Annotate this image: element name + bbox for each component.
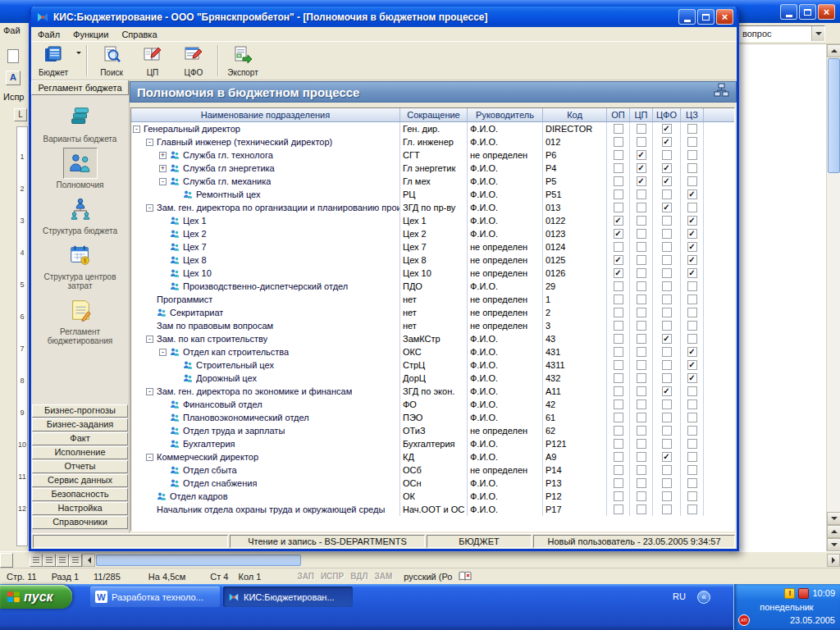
scroll-down-button[interactable] [827, 512, 840, 525]
checkbox[interactable] [637, 478, 646, 488]
tab-stop-selector[interactable]: L [14, 108, 27, 121]
tree-expander[interactable]: - [146, 388, 153, 395]
checkbox[interactable] [662, 491, 672, 501]
checkbox[interactable] [614, 203, 623, 212]
cp-button[interactable]: ЦП [132, 43, 173, 79]
checkbox[interactable] [614, 465, 623, 475]
checkbox[interactable] [662, 229, 672, 239]
checkbox[interactable]: ✓ [614, 229, 623, 239]
checkbox[interactable] [662, 294, 672, 304]
checkbox[interactable] [687, 478, 697, 488]
sidebar-button-references[interactable]: Справочники [32, 516, 128, 529]
review-toolbar-icon[interactable]: А [6, 71, 21, 85]
checkbox[interactable] [637, 189, 646, 199]
checkbox[interactable] [662, 189, 672, 199]
table-row[interactable]: Финансовый отдел ФО Ф.И.О. 42 [131, 398, 734, 411]
checkbox[interactable] [662, 504, 672, 514]
checkbox[interactable] [687, 308, 697, 317]
checkbox[interactable] [614, 478, 623, 488]
checkbox[interactable] [662, 413, 672, 422]
table-row[interactable]: Цех 2 Цех 2 Ф.И.О. 0123 ✓ ✓ [131, 227, 734, 240]
checkbox[interactable]: ✓ [614, 268, 623, 278]
checkbox[interactable] [637, 294, 646, 304]
checkbox[interactable]: ✓ [687, 216, 697, 226]
mode-rec[interactable]: ЗАП [297, 572, 314, 581]
checkbox[interactable] [614, 308, 623, 317]
checkbox[interactable] [637, 399, 646, 409]
checkbox[interactable] [614, 321, 623, 331]
checkbox[interactable] [637, 268, 646, 278]
checkbox[interactable]: ✓ [662, 137, 672, 147]
checkbox[interactable] [614, 360, 623, 370]
sidebar-item-cost-centers[interactable]: $ Структура центров затрат [33, 240, 128, 290]
taskbar-item-kis[interactable]: КИС:Бюджетирован... [223, 587, 353, 607]
word-restore-button[interactable] [799, 4, 816, 20]
word-vertical-scrollbar[interactable] [826, 44, 840, 551]
checkbox[interactable]: ✓ [687, 229, 697, 239]
sidebar-button-business-tasks[interactable]: Бизнес-задания [32, 418, 128, 431]
checkbox[interactable]: ✓ [662, 386, 672, 396]
mode-ext[interactable]: ВДЛ [350, 572, 368, 581]
sidebar-item-permissions[interactable]: Полномочия [33, 148, 128, 189]
spellcheck-book-icon[interactable] [459, 571, 472, 582]
checkbox[interactable] [662, 439, 672, 449]
hierarchy-icon[interactable] [713, 82, 729, 102]
checkbox[interactable] [637, 386, 646, 396]
budget-button[interactable]: Бюджет [33, 43, 74, 79]
tree-expander[interactable]: - [159, 349, 167, 356]
table-row[interactable]: - Зам. по кап строительству ЗамКСтр Ф.И.… [131, 332, 734, 345]
kis-close-button[interactable]: × [716, 9, 733, 25]
checkbox[interactable] [637, 439, 646, 449]
table-row[interactable]: - Главный инженер (технический директор)… [131, 135, 734, 148]
checkbox[interactable] [637, 321, 646, 331]
checkbox[interactable] [614, 399, 623, 409]
column-header-cz[interactable]: ЦЗ [681, 108, 704, 122]
checkbox[interactable] [614, 176, 623, 186]
checkbox[interactable] [687, 163, 697, 173]
sidebar-header-button[interactable]: Регламент бюджета [31, 80, 129, 95]
checkbox[interactable] [614, 334, 623, 344]
checkbox[interactable] [687, 150, 697, 160]
checkbox[interactable] [662, 242, 672, 252]
checkbox[interactable]: ✓ [662, 176, 672, 186]
hide-icons-chevron[interactable]: « [697, 591, 710, 604]
checkbox[interactable] [637, 413, 646, 422]
checkbox[interactable] [662, 373, 672, 383]
table-row[interactable]: Отдел кадров ОК Ф.И.О. P12 [131, 490, 734, 503]
checkbox[interactable]: ✓ [687, 360, 697, 370]
table-row[interactable]: Цех 8 Цех 8 не определен 0125 ✓ ✓ [131, 253, 734, 267]
table-row[interactable]: Дорожный цех ДорЦ Ф.И.О. 432 ✓ [131, 372, 734, 385]
checkbox[interactable] [687, 294, 697, 304]
table-row[interactable]: Отдел труда и зарплаты ОТиЗ не определен… [131, 424, 734, 437]
sidebar-button-settings[interactable]: Настройка [32, 502, 128, 515]
table-row[interactable]: Секритариат нет не определен 2 [131, 306, 734, 319]
column-header-abbr[interactable]: Сокращение [400, 108, 468, 122]
word-minimize-button[interactable] [780, 4, 797, 20]
sidebar-button-business-forecasts[interactable]: Бизнес-прогнозы [32, 404, 128, 418]
checkbox[interactable] [687, 124, 697, 134]
table-row[interactable]: Цех 10 Цех 10 не определен 0126 ✓ ✓ [131, 267, 734, 280]
checkbox[interactable]: ✓ [687, 242, 697, 252]
checkbox[interactable] [637, 465, 646, 475]
view-outline-button[interactable] [69, 554, 82, 567]
checkbox[interactable]: ✓ [637, 163, 646, 173]
checkbox[interactable] [614, 347, 623, 357]
checkbox[interactable] [637, 137, 646, 147]
checkbox[interactable] [637, 426, 646, 436]
checkbox[interactable] [687, 399, 697, 409]
table-row[interactable]: Производственно-диспетчерский отдел ПДО … [131, 280, 734, 293]
tree-expander[interactable]: - [146, 204, 153, 212]
checkbox[interactable] [687, 176, 697, 186]
column-header-head[interactable]: Руководитель [468, 108, 543, 122]
hscroll-right-button[interactable] [827, 554, 840, 567]
kis-minimize-button[interactable] [678, 9, 696, 25]
checkbox[interactable] [662, 399, 672, 409]
menu-file[interactable]: Файл [31, 29, 66, 40]
checkbox[interactable] [687, 491, 697, 501]
sidebar-button-security[interactable]: Безопасность [32, 488, 128, 501]
export-button[interactable]: Экспорт [222, 43, 263, 79]
checkbox[interactable] [662, 308, 672, 317]
checkbox[interactable] [687, 137, 697, 147]
sidebar-button-fact[interactable]: Факт [32, 432, 128, 445]
new-document-icon[interactable] [7, 49, 19, 63]
